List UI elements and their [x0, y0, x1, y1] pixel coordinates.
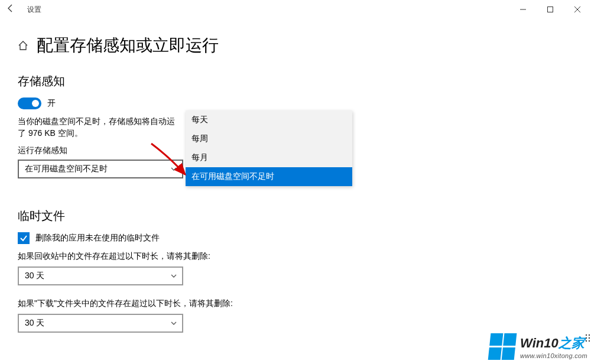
dropdown-option-weekly[interactable]: 每周 — [186, 129, 352, 148]
toggle-label: 开 — [47, 98, 56, 109]
chevron-down-icon — [170, 320, 177, 327]
watermark: Win10之家 www.win10xitong.com — [489, 333, 587, 360]
window-controls — [509, 0, 591, 19]
minimize-button[interactable] — [509, 0, 537, 19]
back-button[interactable] — [6, 4, 15, 15]
app-title: 设置 — [27, 5, 41, 15]
watermark-brand-b: 之家 — [558, 336, 584, 350]
delete-temp-files-checkbox[interactable] — [18, 232, 30, 244]
home-icon[interactable] — [18, 40, 28, 51]
storage-sense-description: 当你的磁盘空间不足时，存储感知将自动运 了 976 KB 空间。 — [18, 115, 201, 139]
select-value: 30 天 — [25, 271, 44, 281]
select-value: 30 天 — [25, 318, 44, 329]
page-title: 配置存储感知或立即运行 — [37, 34, 219, 57]
recycle-bin-label: 如果回收站中的文件存在超过以下时长，请将其删除: — [18, 251, 573, 262]
watermark-url: www.win10xitong.com — [520, 352, 587, 359]
storage-sense-toggle[interactable] — [18, 98, 41, 109]
titlebar: 设置 — [0, 0, 591, 19]
run-storage-sense-dropdown: 每天 每周 每月 在可用磁盘空间不足时 — [186, 110, 352, 186]
chevron-down-icon — [170, 272, 177, 280]
recycle-bin-select[interactable]: 30 天 — [18, 266, 183, 285]
close-button[interactable] — [564, 0, 591, 19]
delete-temp-files-label: 删除我的应用未在使用的临时文件 — [35, 233, 160, 243]
dropdown-option-daily[interactable]: 每天 — [186, 110, 352, 129]
svg-rect-1 — [548, 7, 553, 12]
resize-grip-icon — [586, 334, 590, 342]
storage-sense-heading: 存储感知 — [18, 73, 573, 89]
downloads-folder-label: 如果"下载"文件夹中的文件存在超过以下时长，请将其删除: — [18, 298, 573, 309]
downloads-folder-select[interactable]: 30 天 — [18, 314, 183, 333]
maximize-button[interactable] — [537, 0, 564, 19]
temp-files-section: 临时文件 删除我的应用未在使用的临时文件 如果回收站中的文件存在超过以下时长，请… — [18, 208, 573, 333]
dropdown-option-monthly[interactable]: 每月 — [186, 148, 352, 167]
watermark-brand-a: Win10 — [520, 336, 558, 350]
windows-logo-icon — [488, 333, 518, 360]
select-value: 在可用磁盘空间不足时 — [25, 164, 108, 174]
annotation-arrow — [147, 140, 194, 183]
temp-files-heading: 临时文件 — [18, 208, 573, 224]
dropdown-option-lowspace[interactable]: 在可用磁盘空间不足时 — [186, 167, 352, 186]
